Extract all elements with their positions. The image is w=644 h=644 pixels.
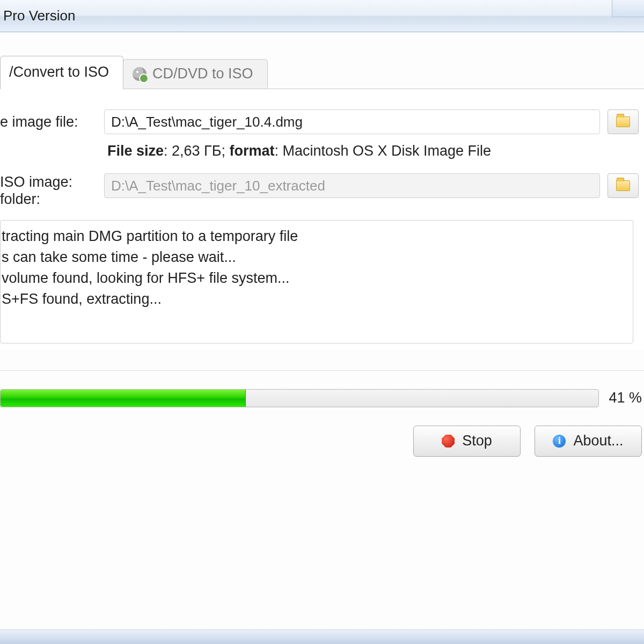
progress-percent: 41 % xyxy=(609,390,642,406)
about-button[interactable]: i About... xyxy=(535,426,642,457)
log-output: tracting main DMG partition to a tempora… xyxy=(0,220,633,343)
progress-fill xyxy=(1,390,246,407)
log-line: s can take some time - please wait... xyxy=(2,247,626,268)
format-value: Macintosh OS X Disk Image File xyxy=(283,143,492,159)
stop-button[interactable]: Stop xyxy=(413,426,521,457)
source-browse-button[interactable] xyxy=(608,109,639,134)
log-line: volume found, looking for HFS+ file syst… xyxy=(2,268,626,289)
disc-icon xyxy=(132,67,147,82)
format-label: format xyxy=(229,143,274,159)
window-controls xyxy=(612,0,644,17)
source-file-row: e image file: D:\A_Test\mac_tiger_10.4.d… xyxy=(0,106,639,137)
file-info: File size: 2,63 ГБ; format: Macintosh OS… xyxy=(0,137,639,170)
dest-folder-value: D:\A_Test\mac_tiger_10_extracted xyxy=(111,178,325,194)
folder-icon xyxy=(616,116,630,127)
stop-label: Stop xyxy=(462,433,492,449)
bottom-bar: 41 % Stop i About... xyxy=(0,370,644,457)
stop-icon xyxy=(442,435,455,448)
tab-panel: e image file: D:\A_Test\mac_tiger_10.4.d… xyxy=(0,89,644,349)
window-title: Pro Version xyxy=(3,8,75,24)
source-file-label: e image file: xyxy=(0,114,97,130)
client-area: /Convert to ISO CD/DVD to ISO e image fi… xyxy=(0,32,644,457)
dest-label: ISO image: folder: xyxy=(0,173,97,208)
minimize-button[interactable] xyxy=(612,0,644,17)
filesize-value: 2,63 ГБ xyxy=(172,143,221,159)
tab-convert-to-iso[interactable]: /Convert to ISO xyxy=(0,56,123,89)
dest-folder-input[interactable]: D:\A_Test\mac_tiger_10_extracted xyxy=(104,173,600,198)
app-window: Pro Version /Convert to ISO CD/DVD to IS… xyxy=(0,0,644,644)
titlebar[interactable]: Pro Version xyxy=(0,0,644,32)
filesize-label: File size xyxy=(107,143,164,159)
source-file-input[interactable]: D:\A_Test\mac_tiger_10.4.dmg xyxy=(104,109,600,134)
source-file-value: D:\A_Test\mac_tiger_10.4.dmg xyxy=(111,114,303,130)
dest-label-top: ISO image: xyxy=(0,174,72,190)
dest-row: ISO image: folder: D:\A_Test\mac_tiger_1… xyxy=(0,170,639,211)
dest-label-bottom: folder: xyxy=(0,191,40,207)
tab-cd-dvd-to-iso[interactable]: CD/DVD to ISO xyxy=(123,59,268,89)
button-row: Stop i About... xyxy=(0,426,644,457)
log-line: tracting main DMG partition to a tempora… xyxy=(2,226,626,247)
tab-convert-label: /Convert to ISO xyxy=(9,64,109,80)
progress-row: 41 % xyxy=(0,389,644,407)
tab-cddvd-label: CD/DVD to ISO xyxy=(152,65,253,82)
about-label: About... xyxy=(573,433,623,449)
progress-bar xyxy=(0,389,599,407)
log-line: S+FS found, extracting... xyxy=(2,289,626,310)
dest-browse-button[interactable] xyxy=(608,173,639,198)
folder-icon xyxy=(616,180,630,191)
tab-strip: /Convert to ISO CD/DVD to ISO xyxy=(0,56,644,89)
info-icon: i xyxy=(553,435,566,448)
